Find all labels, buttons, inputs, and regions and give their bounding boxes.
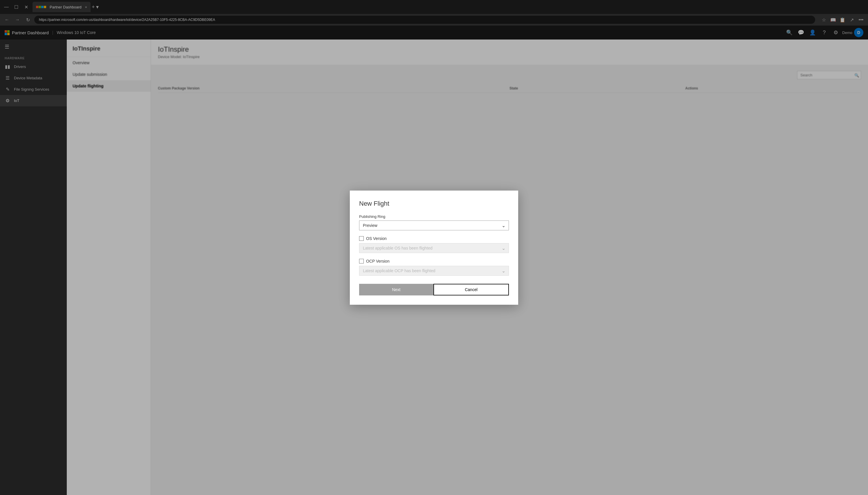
os-version-checkbox-row: OS Version	[359, 236, 509, 241]
os-version-select: Latest applicable OS has been flighted	[359, 243, 509, 253]
new-flight-dialog: New Flight Publishing Ring Preview Gener…	[350, 191, 518, 305]
publishing-ring-label: Publishing Ring	[359, 215, 509, 219]
dialog-buttons: Next Cancel	[359, 284, 509, 295]
publishing-ring-group: Publishing Ring Preview General OEM ⌄	[359, 215, 509, 231]
modal-overlay: New Flight Publishing Ring Preview Gener…	[67, 39, 868, 495]
publishing-ring-select-wrap: Preview General OEM ⌄	[359, 221, 509, 231]
ocp-version-checkbox-row: OCP Version	[359, 259, 509, 263]
os-version-select-wrap: Latest applicable OS has been flighted ⌄	[359, 243, 509, 253]
os-version-group: OS Version Latest applicable OS has been…	[359, 236, 509, 253]
publishing-ring-select[interactable]: Preview General OEM	[359, 221, 509, 231]
dialog-title: New Flight	[359, 200, 509, 207]
ocp-version-checkbox[interactable]	[359, 259, 364, 263]
os-version-checkbox[interactable]	[359, 236, 364, 241]
os-version-label: OS Version	[366, 236, 387, 241]
main-layout: ☰ HARDWARE ▮▮ Drivers ☰ Device Metadata …	[0, 39, 868, 495]
ocp-version-select-wrap: Latest applicable OCP has been flighted …	[359, 266, 509, 276]
ocp-version-group: OCP Version Latest applicable OCP has be…	[359, 259, 509, 276]
content-area: IoTInspire Overview Update submission Up…	[67, 39, 868, 495]
ocp-version-select: Latest applicable OCP has been flighted	[359, 266, 509, 276]
cancel-button[interactable]: Cancel	[433, 284, 509, 295]
ocp-version-label: OCP Version	[366, 259, 390, 263]
next-button[interactable]: Next	[359, 284, 433, 295]
